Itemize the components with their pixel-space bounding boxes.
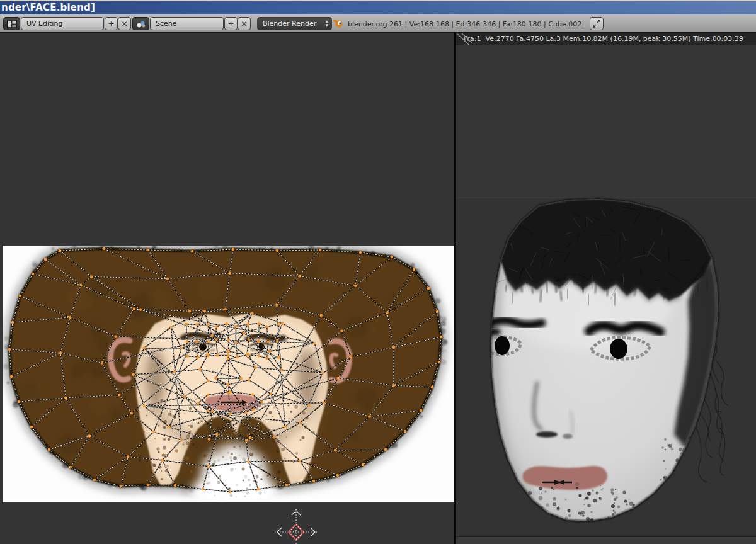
blender-window: nder\FACE.blend] UV Editing + ✕: [0, 0, 756, 544]
window-resize-icon: [592, 20, 601, 28]
combo-arrows-icon: ▲▼: [325, 20, 328, 27]
scene-selector[interactable]: Scene: [150, 17, 224, 30]
render-engine-value: Blender Render: [263, 20, 316, 28]
close-icon: ✕: [241, 20, 247, 28]
render-engine-selector[interactable]: Blender Render ▲▼: [257, 17, 332, 30]
scene-add-button[interactable]: +: [224, 17, 238, 30]
window-title: nder\FACE.blend]: [1, 2, 95, 13]
window-duplicate-button[interactable]: [590, 17, 604, 30]
blender-logo-icon: [332, 18, 343, 28]
plus-icon: +: [108, 20, 114, 28]
uv-2d-cursor[interactable]: [270, 505, 323, 544]
header-info-text: blender.org 261 | Ve:168-168 | Ed:346-34…: [348, 20, 581, 28]
screen-layout-delete-button[interactable]: ✕: [118, 17, 131, 30]
uv-editor-viewport[interactable]: [0, 33, 454, 544]
view3d-viewport[interactable]: Fra:1 Ve:2770 Fa:4750 La:3 Mem:10.82M (1…: [456, 33, 756, 544]
scene-browse-button[interactable]: [132, 17, 149, 30]
info-header: UV Editing + ✕ Scene + ✕ Blender Render …: [0, 14, 756, 33]
editor-layout-icon: [7, 20, 17, 28]
close-icon: ✕: [121, 20, 127, 28]
render-stats-bar: Fra:1 Ve:2770 Fa:4750 La:3 Mem:10.82M (1…: [456, 33, 756, 45]
window-titlebar[interactable]: nder\FACE.blend]: [0, 0, 756, 14]
screen-layout-add-button[interactable]: +: [105, 17, 118, 30]
screen-layout-value: UV Editing: [26, 20, 62, 28]
area-corner-widget[interactable]: [456, 33, 475, 45]
scene-delete-button[interactable]: ✕: [238, 17, 251, 30]
scene-value: Scene: [156, 20, 177, 28]
uv-image-canvas[interactable]: [3, 246, 454, 502]
render-canvas[interactable]: [456, 45, 756, 544]
scene-icon: [136, 20, 146, 28]
plus-icon: +: [227, 20, 234, 28]
editor-type-button[interactable]: [3, 17, 20, 30]
render-stats-text: Fra:1 Ve:2770 Fa:4750 La:3 Mem:10.82M (1…: [464, 35, 743, 43]
screen-layout-selector[interactable]: UV Editing: [21, 17, 104, 30]
